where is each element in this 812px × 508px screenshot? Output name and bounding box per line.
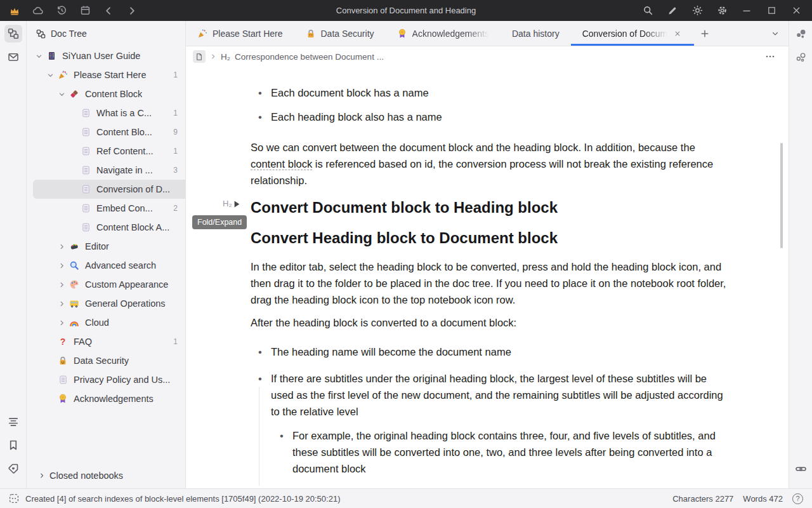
drag-handle-icon — [234, 201, 240, 208]
list-item[interactable]: If there are subtitles under the origina… — [251, 370, 728, 477]
heading-convert-doc-to-heading[interactable]: Convert Document block to Heading block — [251, 197, 728, 218]
tree-item-doc[interactable]: Please Start Here 1 — [27, 65, 185, 84]
tree-item-doc[interactable]: Custom Appearance — [27, 275, 185, 294]
party-popper-icon — [56, 69, 69, 81]
minimize-icon[interactable] — [741, 5, 752, 17]
paragraph[interactable]: After the heading block is converted to … — [251, 314, 728, 331]
tree-item-doc[interactable]: Editor — [27, 237, 185, 256]
chevron-down-icon[interactable] — [44, 69, 56, 81]
tree-item-doc[interactable]: Navigate in ... 3 — [27, 161, 185, 180]
maximize-icon[interactable] — [766, 5, 777, 17]
tab-list-menu-button[interactable] — [764, 21, 786, 46]
history-icon[interactable] — [56, 5, 67, 17]
tree-item-doc[interactable]: Data Security — [27, 351, 185, 370]
dock-file-tree-button[interactable] — [4, 25, 22, 43]
palette-icon — [68, 279, 81, 290]
left-dock — [0, 21, 27, 488]
breadcrumb-doc-icon[interactable] — [193, 50, 206, 63]
back-icon[interactable] — [103, 5, 114, 17]
heading-convert-heading-to-doc[interactable]: Convert Heading block to Document block — [251, 228, 728, 248]
editor-pane: Please Start Here Data Security Acknowle… — [186, 21, 789, 488]
chevron-right-icon[interactable] — [56, 317, 67, 328]
question-mark-icon: ? — [56, 336, 69, 347]
chevron-down-icon[interactable] — [33, 50, 44, 62]
document-icon — [79, 203, 92, 214]
tree-item-doc[interactable]: What is a C... 1 — [27, 104, 185, 123]
breadcrumb-heading-title[interactable]: Correspondence between Document ... — [235, 52, 384, 62]
doc-tree-title: Doc Tree — [51, 29, 87, 39]
document-icon — [79, 222, 92, 233]
chevron-right-icon[interactable] — [56, 260, 67, 271]
tab-data-history[interactable]: Data history — [501, 21, 571, 46]
tree-item-doc[interactable]: Ref Content... 1 — [27, 142, 185, 161]
tree-item-doc-selected[interactable]: Conversion of D... — [33, 180, 185, 199]
tree-item-doc[interactable]: Acknowledgements — [27, 389, 185, 408]
magnifier-icon — [68, 260, 81, 271]
heading-gutter-handle[interactable]: H₂ — [223, 196, 240, 212]
daily-note-calendar-icon[interactable] — [79, 5, 91, 17]
medal-icon — [397, 29, 407, 39]
paragraph[interactable]: So we can convert between the document b… — [251, 139, 728, 189]
editor-icon — [68, 241, 81, 252]
chevron-right-icon[interactable] — [56, 298, 67, 309]
bullet-list: The heading name will become the documen… — [251, 344, 728, 477]
theme-sun-icon[interactable] — [691, 5, 703, 17]
breadcrumb: H₂ Correspondence between Document ... — [186, 46, 789, 67]
doc-tree-panel: Doc Tree SiYuan User Guide Please Start … — [27, 21, 186, 488]
dock-outline-button[interactable] — [4, 413, 22, 431]
content-block-icon — [68, 88, 81, 100]
tree-item-doc[interactable]: Content Block — [27, 84, 185, 104]
list-item[interactable]: For example, the original heading block … — [271, 427, 728, 477]
dock-tag-button[interactable] — [4, 460, 22, 478]
tab-please-start-here[interactable]: Please Start Here — [186, 21, 294, 46]
list-indent-guide — [259, 387, 259, 486]
document-icon — [56, 374, 69, 385]
list-item[interactable]: Each heading block also has a name — [251, 109, 728, 125]
tree-item-doc[interactable]: Content Blo... 9 — [27, 123, 185, 142]
list-item[interactable]: The heading name will become the documen… — [251, 344, 728, 360]
workspace-crown-icon[interactable] — [9, 5, 20, 17]
help-icon[interactable]: ? — [792, 493, 803, 504]
fold-expand-tooltip: Fold/Expand — [192, 215, 247, 229]
search-icon[interactable] — [642, 5, 653, 17]
tab-close-icon[interactable] — [672, 29, 683, 39]
paragraph[interactable]: In the editor tab, select the heading bl… — [251, 258, 728, 308]
notebook-icon — [45, 50, 58, 62]
new-tab-button[interactable] — [694, 21, 716, 46]
window-title: Conversion of Document and Heading — [336, 0, 476, 21]
list-item[interactable]: Each document block has a name — [251, 84, 728, 101]
tree-item-doc[interactable]: Privacy Policy and Us... — [27, 370, 185, 389]
close-icon[interactable] — [790, 5, 802, 17]
dock-inbox-button[interactable] — [4, 48, 22, 66]
breadcrumb-heading-tag[interactable]: H₂ — [221, 52, 230, 62]
forward-icon[interactable] — [126, 5, 138, 17]
chevron-right-icon — [210, 53, 216, 60]
scrollbar-thumb[interactable] — [780, 143, 783, 248]
sync-cloud-icon[interactable] — [32, 5, 44, 17]
tree-item-doc[interactable]: Embed Con... 2 — [27, 199, 185, 218]
dock-link-button[interactable] — [792, 460, 809, 478]
chevron-down-icon[interactable] — [56, 88, 67, 100]
more-options-icon[interactable] — [763, 50, 777, 64]
tree-item-doc[interactable]: Advanced search — [27, 256, 185, 275]
block-ref-link[interactable]: content block — [251, 158, 312, 170]
tree-item-doc[interactable]: Content Block A... — [27, 218, 185, 237]
tree-item-doc[interactable]: General Operations — [27, 294, 185, 313]
chevron-right-icon[interactable] — [56, 241, 67, 252]
tab-data-security[interactable]: Data Security — [294, 21, 386, 46]
edit-pencil-icon[interactable] — [667, 5, 678, 17]
tab-conversion-active[interactable]: Conversion of Docum — [571, 21, 695, 46]
closed-notebooks-toggle[interactable]: Closed notebooks — [27, 466, 185, 485]
dock-backlinks-button[interactable] — [792, 25, 809, 43]
chevron-right-icon[interactable] — [56, 279, 67, 290]
tree-item-doc[interactable]: ? FAQ 1 — [27, 332, 185, 351]
tab-acknowledgements[interactable]: Acknowledgements — [386, 21, 501, 46]
heading-level-label: H₂ — [223, 196, 232, 212]
dock-bookmark-button[interactable] — [4, 436, 22, 454]
settings-gear-icon[interactable] — [716, 5, 728, 17]
dock-graph-button[interactable] — [792, 48, 809, 66]
tree-item-doc[interactable]: Cloud — [27, 313, 185, 332]
document-icon — [79, 164, 92, 176]
tree-item-notebook[interactable]: SiYuan User Guide — [27, 46, 185, 65]
party-popper-icon — [197, 29, 207, 39]
